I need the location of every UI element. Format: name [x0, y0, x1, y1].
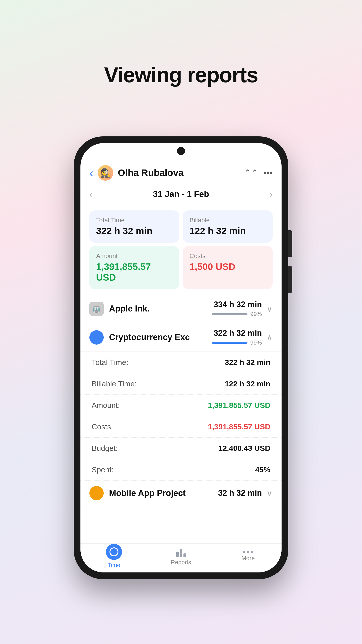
user-name: Olha Rubalova	[118, 168, 183, 178]
nav-reports-label: Reports	[171, 559, 191, 566]
crypto-details: Total Time: 322 h 32 min Billable Time: …	[80, 352, 282, 480]
detail-budget: Budget: 12,400.43 USD	[80, 438, 282, 459]
avatar: 🕵️	[98, 165, 113, 181]
dot2	[247, 551, 249, 553]
dot3	[251, 551, 253, 553]
collapse-icon[interactable]: ⌃⌃	[244, 168, 258, 178]
crypto-project-time: 322 h 32 min	[214, 328, 262, 338]
detail-spent-value: 45%	[255, 465, 270, 474]
billable-value: 122 h 32 min	[189, 226, 266, 236]
crypto-chevron-icon[interactable]: ∧	[266, 332, 273, 342]
crypto-project-name: Cryptocurrency Exc	[109, 332, 212, 342]
page-title: Viewing reports	[104, 62, 258, 87]
billable-label: Billable	[189, 217, 266, 224]
projects-list: 🏢 Apple Ink. 334 h 32 min 99% ∨	[80, 294, 282, 544]
status-bar	[80, 143, 282, 159]
phone-frame: ‹ 🕵️ Olha Rubalova ⌃⌃ ••• ‹ 31 Jan - 1 F…	[74, 136, 288, 579]
mobile-chevron-icon[interactable]: ∨	[266, 488, 273, 498]
header-icons: ⌃⌃ •••	[244, 168, 273, 178]
nav-time[interactable]: Time	[92, 544, 136, 569]
app-header: ‹ 🕵️ Olha Rubalova ⌃⌃ •••	[80, 159, 282, 185]
detail-costs-value: 1,391,855.57 USD	[208, 422, 270, 431]
apple-progress-bar	[212, 313, 248, 315]
amount-card: Amount 1,391,855.57 USD	[89, 246, 179, 289]
volume-up-button	[288, 230, 292, 257]
date-nav: ‹ 31 Jan - 1 Feb ›	[80, 185, 282, 205]
costs-card: Costs 1,500 USD	[183, 246, 273, 289]
back-button[interactable]: ‹	[89, 166, 93, 180]
apple-chevron-icon[interactable]: ∨	[266, 304, 273, 314]
detail-costs-label: Costs	[92, 422, 111, 431]
total-time-value: 322 h 32 min	[96, 226, 173, 236]
project-row-apple[interactable]: 🏢 Apple Ink. 334 h 32 min 99% ∨	[80, 294, 282, 323]
crypto-progress-pct: 99%	[250, 339, 262, 346]
costs-label: Costs	[189, 252, 266, 260]
apple-project-icon: 🏢	[89, 302, 104, 316]
project-row-crypto[interactable]: Cryptocurrency Exc 322 h 32 min 99% ∧	[80, 323, 282, 352]
reports-nav-icon	[176, 547, 186, 557]
project-row-mobile[interactable]: Mobile App Project 32 h 32 min ∨	[80, 480, 282, 506]
user-info: 🕵️ Olha Rubalova	[98, 165, 244, 181]
detail-total-time-value: 322 h 32 min	[225, 358, 270, 367]
nav-reports[interactable]: Reports	[159, 547, 203, 566]
bar3	[183, 554, 186, 557]
detail-budget-label: Budget:	[92, 444, 118, 452]
more-nav-icon	[243, 551, 253, 553]
crypto-progress-bar	[212, 342, 248, 344]
detail-budget-value: 12,400.43 USD	[219, 444, 271, 452]
apple-project-name: Apple Ink.	[109, 304, 212, 314]
apple-project-time-block: 334 h 32 min 99%	[212, 300, 262, 318]
more-options-icon[interactable]: •••	[264, 168, 273, 178]
prev-date-button[interactable]: ‹	[89, 189, 92, 200]
crypto-project-icon	[89, 330, 104, 344]
crypto-progress-fill	[212, 342, 247, 344]
bar2	[180, 549, 182, 557]
total-time-card: Total Time 322 h 32 min	[89, 210, 179, 242]
mobile-project-time-block: 32 h 32 min	[218, 488, 262, 498]
detail-amount-value: 1,391,855.57 USD	[208, 401, 270, 410]
nav-more[interactable]: More	[226, 551, 270, 562]
front-camera	[177, 147, 185, 155]
detail-total-time-label: Total Time:	[92, 358, 128, 367]
volume-down-button	[288, 266, 292, 293]
amount-value: 1,391,855.57 USD	[96, 262, 173, 283]
crypto-project-time-block: 322 h 32 min 99%	[212, 328, 262, 346]
mobile-project-icon	[89, 486, 104, 500]
detail-spent-label: Spent:	[92, 465, 113, 474]
date-range: 31 Jan - 1 Feb	[153, 190, 209, 199]
clock-hand-hour	[114, 552, 116, 552]
bar1	[176, 552, 179, 557]
next-date-button[interactable]: ›	[270, 189, 273, 200]
detail-amount: Amount: 1,391,855.57 USD	[80, 395, 282, 416]
phone-screen: ‹ 🕵️ Olha Rubalova ⌃⌃ ••• ‹ 31 Jan - 1 F…	[80, 143, 282, 572]
app-content: ‹ 🕵️ Olha Rubalova ⌃⌃ ••• ‹ 31 Jan - 1 F…	[80, 159, 282, 572]
apple-progress-wrap: 99%	[212, 310, 262, 318]
apple-progress-fill	[212, 313, 247, 315]
time-nav-icon-wrapper	[106, 544, 122, 560]
amount-label: Amount	[96, 252, 173, 260]
nav-time-label: Time	[108, 562, 120, 569]
time-clock-icon	[109, 548, 118, 556]
nav-more-label: More	[241, 555, 255, 562]
detail-total-time: Total Time: 322 h 32 min	[80, 352, 282, 373]
detail-spent: Spent: 45%	[80, 459, 282, 480]
costs-value: 1,500 USD	[189, 262, 266, 272]
billable-card: Billable 122 h 32 min	[183, 210, 273, 242]
apple-progress-pct: 99%	[250, 310, 262, 318]
bottom-nav: Time Reports More	[80, 544, 282, 572]
mobile-project-name: Mobile App Project	[109, 488, 218, 498]
detail-billable-time: Billable Time: 122 h 32 min	[80, 373, 282, 395]
dot1	[243, 551, 245, 553]
crypto-progress-wrap: 99%	[212, 339, 262, 346]
detail-billable-label: Billable Time:	[92, 380, 137, 388]
stats-grid: Total Time 322 h 32 min Billable 122 h 3…	[80, 205, 282, 294]
detail-costs: Costs 1,391,855.57 USD	[80, 416, 282, 438]
mobile-project-time: 32 h 32 min	[218, 488, 262, 498]
total-time-label: Total Time	[96, 217, 173, 224]
detail-amount-label: Amount:	[92, 401, 120, 410]
detail-billable-value: 122 h 32 min	[225, 380, 270, 388]
apple-project-time: 334 h 32 min	[214, 300, 262, 309]
